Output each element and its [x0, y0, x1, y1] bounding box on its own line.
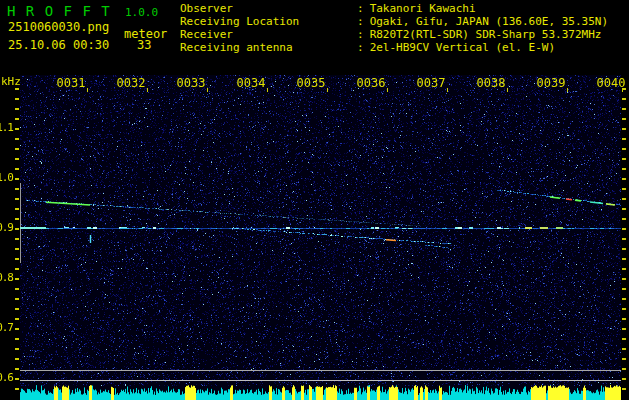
- info-label: Receiving Location: [180, 15, 357, 28]
- time-axis-label: 0037: [417, 78, 446, 89]
- freq-axis-tick-left: [15, 248, 19, 250]
- freq-axis-tick-left: [15, 388, 19, 390]
- info-row-antenna: Receiving antenna:2el-HB9CV Vertical (el…: [180, 41, 608, 54]
- time-axis-label: 0033: [177, 78, 206, 89]
- freq-axis-label: 1.0: [0, 172, 13, 183]
- freq-axis-tick-right: [622, 278, 626, 280]
- freq-axis-tick-right: [622, 108, 626, 110]
- freq-axis-tick-left: [15, 218, 19, 220]
- freq-axis-tick-right: [622, 228, 626, 230]
- info-value: R820T2(RTL-SDR) SDR-Sharp 53.372MHz: [370, 28, 602, 41]
- time-axis-label: 0035: [297, 78, 326, 89]
- echo-count: 33: [137, 38, 151, 52]
- output-filename: 2510060030.png: [8, 20, 109, 34]
- time-axis-tick: [447, 88, 448, 92]
- freq-axis-tick-left: [15, 88, 19, 90]
- info-label: Observer: [180, 2, 357, 15]
- info-colon: :: [357, 15, 364, 28]
- freq-axis-tick-left: [15, 358, 19, 360]
- info-label: Receiver: [180, 28, 357, 41]
- info-value: Ogaki, Gifu, JAPAN (136.60E, 35.35N): [370, 15, 608, 28]
- freq-axis-tick-left: [15, 368, 19, 370]
- freq-axis-tick-right: [622, 218, 626, 220]
- freq-axis-tick-left: [15, 178, 19, 180]
- freq-axis-tick-left: [15, 268, 19, 270]
- freq-axis-tick-left: [15, 298, 19, 300]
- freq-axis-tick-left: [15, 338, 19, 340]
- freq-axis-tick-right: [622, 378, 626, 380]
- freq-axis-tick-left: [15, 168, 19, 170]
- time-axis-tick: [327, 88, 328, 92]
- freq-axis-tick-left: [15, 138, 19, 140]
- freq-axis-tick-right: [622, 138, 626, 140]
- time-axis-label: 0032: [117, 78, 146, 89]
- freq-axis-tick-right: [622, 128, 626, 130]
- info-row-receiver: Receiver:R820T2(RTL-SDR) SDR-Sharp 53.37…: [180, 28, 608, 41]
- freq-axis-tick-left: [15, 308, 19, 310]
- freq-axis-tick-left: [15, 288, 19, 290]
- freq-axis-tick-left: [15, 158, 19, 160]
- time-axis-tick: [387, 88, 388, 92]
- info-value: 2el-HB9CV Vertical (el. E-W): [370, 41, 555, 54]
- time-axis-label: 0031: [57, 78, 86, 89]
- freq-axis-label: 1.1: [0, 122, 13, 133]
- time-axis-tick: [87, 88, 88, 92]
- freq-axis-tick-left: [15, 278, 19, 280]
- freq-axis-tick-right: [622, 238, 626, 240]
- freq-axis-tick-left: [15, 188, 19, 190]
- freq-axis-label: 0.9: [0, 222, 13, 233]
- freq-axis-tick-right: [622, 248, 626, 250]
- freq-axis-tick-right: [622, 288, 626, 290]
- freq-axis-tick-left: [15, 228, 19, 230]
- freq-axis-tick-right: [622, 148, 626, 150]
- freq-axis-tick-right: [622, 298, 626, 300]
- freq-axis-tick-right: [622, 328, 626, 330]
- freq-axis-tick-right: [622, 118, 626, 120]
- hrofft-screen: H R O F F T 1.0.0 2510060030.png meteor …: [0, 0, 629, 400]
- freq-axis-tick-right: [622, 268, 626, 270]
- freq-axis-tick-left: [15, 148, 19, 150]
- app-title: H R O F F T: [7, 3, 111, 19]
- freq-axis-tick-right: [622, 358, 626, 360]
- freq-axis-tick-left: [15, 208, 19, 210]
- freq-axis-tick-right: [622, 198, 626, 200]
- freq-axis-tick-right: [622, 208, 626, 210]
- freq-axis-tick-left: [15, 258, 19, 260]
- time-axis-label: 0038: [477, 78, 506, 89]
- info-colon: :: [357, 28, 364, 41]
- time-axis-tick: [622, 88, 623, 92]
- time-axis-label: 0034: [237, 78, 266, 89]
- freq-axis-tick-left: [15, 108, 19, 110]
- freq-axis-tick-left: [15, 198, 19, 200]
- freq-axis-tick-right: [622, 178, 626, 180]
- info-label: Receiving antenna: [180, 41, 357, 54]
- freq-unit-label: kHz: [1, 75, 21, 88]
- freq-axis-tick-left: [15, 318, 19, 320]
- freq-axis-tick-right: [622, 98, 626, 100]
- freq-axis-tick-left: [15, 328, 19, 330]
- freq-axis-tick-right: [622, 368, 626, 370]
- info-colon: :: [357, 2, 364, 15]
- spectrogram-canvas: [20, 75, 621, 400]
- app-version: 1.0.0: [125, 6, 158, 19]
- freq-axis-tick-left: [15, 128, 19, 130]
- freq-axis-tick-right: [622, 188, 626, 190]
- freq-axis-tick-left: [15, 118, 19, 120]
- time-axis-tick: [207, 88, 208, 92]
- info-row-observer: Observer:Takanori Kawachi: [180, 2, 608, 15]
- freq-axis-tick-right: [622, 348, 626, 350]
- freq-axis-tick-left: [15, 98, 19, 100]
- time-axis-tick: [507, 88, 508, 92]
- time-axis-label: 0039: [537, 78, 566, 89]
- freq-axis-label: 0.6: [0, 372, 13, 383]
- info-row-location: Receiving Location:Ogaki, Gifu, JAPAN (1…: [180, 15, 608, 28]
- freq-axis-tick-right: [622, 338, 626, 340]
- time-axis-tick: [267, 88, 268, 92]
- observation-datetime: 25.10.06 00:30: [8, 38, 109, 52]
- freq-axis-tick-right: [622, 318, 626, 320]
- freq-axis-tick-left: [15, 378, 19, 380]
- freq-axis-tick-right: [622, 168, 626, 170]
- freq-axis-tick-left: [15, 348, 19, 350]
- time-axis-label: 0036: [357, 78, 386, 89]
- freq-axis-tick-right: [622, 158, 626, 160]
